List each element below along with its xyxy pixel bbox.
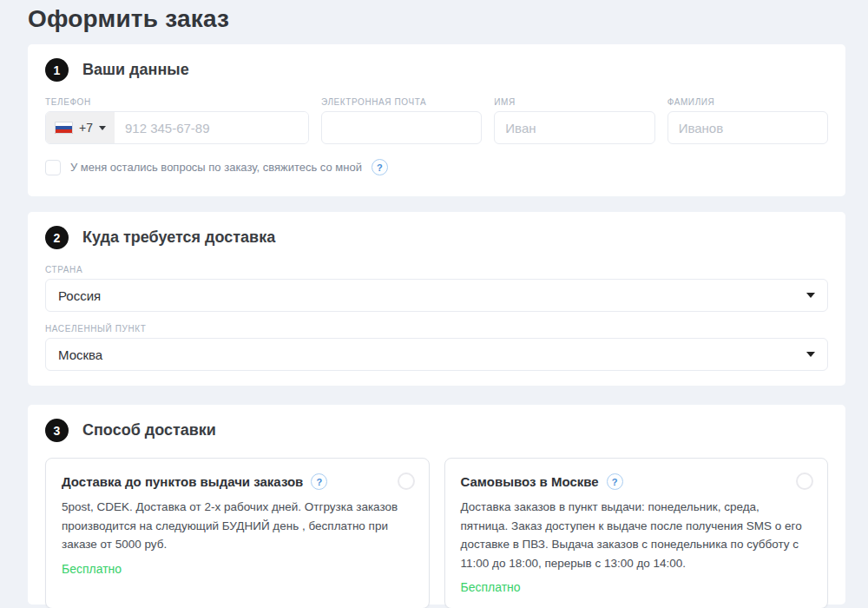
option-1-title-row: Доставка до пунктов выдачи заказов ? (62, 473, 413, 490)
checkout-page: Оформить заказ 1 Ваши данные ТЕЛЕФОН +7 (0, 0, 868, 608)
country-label: СТРАНА (45, 265, 828, 274)
phone-label: ТЕЛЕФОН (45, 97, 309, 107)
option-1-price: Бесплатно (62, 562, 413, 576)
section-3-header: 3 Способ доставки (45, 419, 828, 442)
city-field-group: НАСЕЛЕННЫЙ ПУНКТ Москва (45, 324, 828, 371)
contact-me-row: У меня остались вопросы по заказу, свяжи… (45, 159, 828, 175)
city-value: Москва (58, 347, 102, 362)
city-select[interactable]: Москва (45, 338, 828, 371)
section-1-title: Ваши данные (82, 61, 189, 79)
option-1-title: Доставка до пунктов выдачи заказов (62, 474, 303, 489)
chevron-down-icon (806, 352, 815, 357)
dial-code: +7 (79, 121, 93, 135)
country-value: Россия (58, 288, 101, 303)
section-3-title: Способ доставки (82, 421, 216, 439)
delivery-option-moscow-pickup[interactable]: Самовывоз в Москве ? Доставка заказов в … (444, 458, 829, 608)
last-name-input[interactable] (667, 111, 828, 144)
phone-field: +7 (45, 111, 309, 144)
country-code-selector[interactable]: +7 (46, 112, 115, 143)
step-3-badge: 3 (45, 419, 69, 442)
first-name-field-group: ИМЯ (494, 97, 654, 144)
option-1-radio[interactable] (398, 473, 415, 490)
option-2-radio[interactable] (796, 473, 813, 490)
first-name-input[interactable] (494, 111, 654, 144)
option-2-price: Бесплатно (461, 580, 812, 594)
page-title: Оформить заказ (28, 5, 845, 33)
help-icon[interactable]: ? (607, 473, 623, 490)
phone-field-group: ТЕЛЕФОН +7 (45, 97, 309, 144)
country-field-group: СТРАНА Россия (45, 265, 828, 312)
help-icon[interactable]: ? (311, 473, 327, 490)
country-select[interactable]: Россия (45, 279, 828, 312)
step-2-badge: 2 (45, 226, 69, 249)
option-2-title-row: Самовывоз в Москве ? (461, 473, 812, 490)
email-label: ЭЛЕКТРОННАЯ ПОЧТА (321, 97, 482, 107)
option-1-description: 5post, CDEK. Доставка от 2-х рабочих дне… (62, 498, 413, 554)
section-1-header: 1 Ваши данные (45, 58, 828, 82)
contact-me-checkbox[interactable] (45, 160, 61, 175)
last-name-label: ФАМИЛИЯ (667, 97, 828, 107)
phone-input[interactable] (115, 112, 308, 143)
email-input[interactable] (321, 111, 482, 144)
section-your-data: 1 Ваши данные ТЕЛЕФОН +7 ЭЛЕКТРОННАЯ ПОЧ… (28, 44, 845, 196)
first-name-label: ИМЯ (494, 97, 654, 107)
last-name-field-group: ФАМИЛИЯ (667, 97, 828, 144)
option-2-title: Самовывоз в Москве (461, 474, 599, 489)
section-delivery-address: 2 Куда требуется доставка СТРАНА Россия … (28, 212, 845, 386)
section-2-title: Куда требуется доставка (82, 228, 275, 247)
contact-me-label: У меня остались вопросы по заказу, свяжи… (70, 161, 362, 174)
chevron-down-icon (806, 293, 815, 298)
contact-fields: ТЕЛЕФОН +7 ЭЛЕКТРОННАЯ ПОЧТА ИМЯ (45, 97, 828, 144)
city-label: НАСЕЛЕННЫЙ ПУНКТ (45, 324, 828, 334)
section-delivery-method: 3 Способ доставки Доставка до пунктов вы… (28, 405, 845, 605)
step-1-badge: 1 (45, 58, 69, 82)
delivery-option-pickup-points[interactable]: Доставка до пунктов выдачи заказов ? 5po… (45, 458, 430, 608)
help-icon[interactable]: ? (372, 159, 388, 175)
option-2-description: Доставка заказов в пункт выдачи: понедел… (461, 498, 812, 572)
section-2-header: 2 Куда требуется доставка (45, 226, 828, 249)
russia-flag-icon (55, 122, 73, 134)
email-field-group: ЭЛЕКТРОННАЯ ПОЧТА (321, 97, 482, 144)
chevron-down-icon (99, 126, 106, 130)
delivery-options: Доставка до пунктов выдачи заказов ? 5po… (45, 458, 828, 608)
